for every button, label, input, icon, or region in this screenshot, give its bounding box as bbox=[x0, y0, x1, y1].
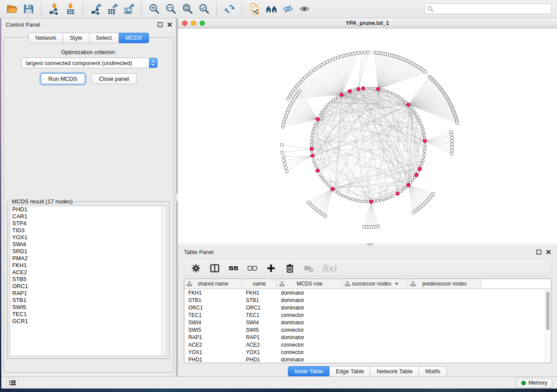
tab-node-table[interactable]: Node Table bbox=[288, 366, 330, 377]
cell-name[interactable]: ACE2 bbox=[242, 342, 277, 348]
refresh-view-button[interactable] bbox=[222, 2, 237, 17]
mcds-result-item[interactable]: FKH1 bbox=[10, 262, 166, 269]
cell-mcds-role[interactable]: dominator bbox=[277, 290, 343, 296]
cell-mcds-role[interactable]: dominator bbox=[277, 305, 343, 311]
network-canvas[interactable] bbox=[178, 28, 557, 244]
mcds-list-scrollbar[interactable] bbox=[161, 206, 166, 356]
select-all-rows-button[interactable] bbox=[228, 262, 239, 274]
cell-shared-name[interactable]: FKH1 bbox=[184, 290, 242, 296]
save-session-button[interactable] bbox=[21, 2, 36, 17]
memory-button[interactable]: Memory bbox=[516, 378, 552, 388]
column-header-predecessor-nodes[interactable]: predecessor nodes bbox=[408, 279, 481, 289]
cell-mcds-role[interactable]: connector bbox=[277, 349, 343, 355]
tab-network-table[interactable]: Network Table bbox=[370, 366, 419, 377]
column-header-successor-nodes[interactable]: successor nodes bbox=[343, 279, 408, 289]
cell-predecessor-nodes[interactable]: 0 bbox=[408, 279, 481, 363]
mcds-result-item[interactable]: TEC1 bbox=[10, 311, 166, 318]
cell-mcds-role[interactable]: connector bbox=[277, 342, 343, 348]
cell-shared-name[interactable]: ACE2 bbox=[184, 342, 242, 348]
column-header-shared-name[interactable]: shared name bbox=[184, 279, 242, 289]
cell-mcds-role[interactable]: connector bbox=[277, 327, 343, 333]
cell-shared-name[interactable]: TEC1 bbox=[184, 312, 242, 318]
cell-shared-name[interactable]: STB1 bbox=[184, 297, 242, 303]
mcds-result-item[interactable]: SRD1 bbox=[10, 248, 166, 255]
zoom-in-button[interactable] bbox=[147, 2, 162, 17]
cell-name[interactable]: TEC1 bbox=[242, 312, 277, 318]
cell-name[interactable]: RAP1 bbox=[242, 334, 277, 340]
cell-name[interactable]: YOX1 bbox=[242, 349, 277, 355]
float-panel-button[interactable] bbox=[157, 22, 163, 28]
run-mcds-button[interactable]: Run MCDS bbox=[41, 73, 85, 84]
zoom-out-button[interactable] bbox=[163, 2, 178, 17]
cell-shared-name[interactable]: YOX1 bbox=[184, 349, 242, 355]
tab-style[interactable]: Style bbox=[63, 33, 90, 43]
zoom-fit-button[interactable] bbox=[180, 2, 195, 17]
show-columns-button[interactable] bbox=[209, 262, 220, 274]
tab-motifs[interactable]: Motifs bbox=[419, 366, 447, 377]
deselect-all-rows-button[interactable] bbox=[246, 262, 258, 274]
import-network-button[interactable] bbox=[46, 2, 61, 17]
mcds-result-item[interactable]: YOX1 bbox=[10, 234, 166, 241]
mcds-result-item[interactable]: TID3 bbox=[10, 227, 166, 234]
table-scrollbar[interactable] bbox=[545, 289, 551, 362]
mcds-result-item[interactable]: STB1 bbox=[10, 297, 166, 304]
table-settings-button[interactable] bbox=[190, 262, 201, 274]
column-header-name[interactable]: name bbox=[242, 279, 277, 289]
tab-network[interactable]: Network bbox=[28, 33, 63, 43]
column-header-mcds-role[interactable]: MCDS role bbox=[277, 279, 343, 289]
table-row[interactable]: PHD1PHD1dominator180 bbox=[184, 356, 551, 363]
cell-mcds-role[interactable]: dominator bbox=[277, 357, 343, 363]
mcds-result-item[interactable]: STB5 bbox=[10, 276, 166, 283]
mcds-result-item[interactable]: PHD1 bbox=[10, 206, 166, 213]
mcds-result-item[interactable]: STP4 bbox=[10, 220, 166, 227]
hide-graphics-button[interactable] bbox=[280, 2, 295, 17]
mcds-result-item[interactable]: PMA2 bbox=[10, 255, 166, 262]
mcds-result-item[interactable]: SWI4 bbox=[10, 241, 166, 248]
float-table-panel-button[interactable] bbox=[536, 249, 542, 255]
cell-shared-name[interactable]: SWI4 bbox=[184, 320, 242, 326]
mcds-result-item[interactable]: GCR1 bbox=[10, 318, 166, 325]
cell-shared-name[interactable]: ORC1 bbox=[184, 305, 242, 311]
mcds-result-item[interactable]: SWI5 bbox=[10, 304, 166, 311]
cell-name[interactable]: SWI5 bbox=[242, 327, 277, 333]
cell-name[interactable]: PHD1 bbox=[242, 357, 277, 363]
search-input[interactable] bbox=[434, 4, 551, 13]
mcds-result-item[interactable]: RAP1 bbox=[10, 290, 166, 297]
tab-edge-table[interactable]: Edge Table bbox=[329, 366, 370, 377]
close-panel-action-button[interactable]: Close panel bbox=[91, 73, 137, 84]
mcds-result-item[interactable]: ORC1 bbox=[10, 283, 166, 290]
criterion-dropdown[interactable]: largest connected component (undirected) bbox=[21, 58, 158, 68]
export-network-button[interactable] bbox=[88, 2, 103, 17]
close-table-panel-button[interactable] bbox=[546, 249, 551, 255]
import-table-button[interactable] bbox=[63, 2, 78, 17]
network-graph[interactable] bbox=[178, 28, 557, 244]
mcds-result-item[interactable]: ACE2 bbox=[10, 269, 166, 276]
export-image-button[interactable] bbox=[121, 2, 136, 17]
tab-select[interactable]: Select bbox=[90, 33, 119, 43]
function-builder-button[interactable]: f(x) bbox=[322, 262, 337, 274]
cell-mcds-role[interactable]: dominator bbox=[277, 297, 343, 303]
share-network-document-button[interactable] bbox=[247, 2, 262, 17]
delete-table-button[interactable] bbox=[303, 262, 314, 274]
cell-mcds-role[interactable]: dominator bbox=[277, 334, 343, 340]
close-panel-button[interactable] bbox=[167, 22, 173, 28]
delete-column-button[interactable] bbox=[284, 262, 295, 274]
open-session-button[interactable] bbox=[4, 2, 19, 17]
cell-name[interactable]: ORC1 bbox=[242, 305, 277, 311]
create-column-button[interactable] bbox=[265, 262, 277, 274]
cell-successor-nodes[interactable]: 18 bbox=[343, 279, 408, 363]
cell-shared-name[interactable]: SWI5 bbox=[184, 327, 242, 333]
cell-mcds-role[interactable]: connector bbox=[277, 312, 343, 318]
cell-name[interactable]: STB1 bbox=[242, 297, 277, 303]
cell-mcds-role[interactable]: dominator bbox=[277, 320, 343, 326]
cell-shared-name[interactable]: RAP1 bbox=[184, 334, 242, 340]
tab-mcds[interactable]: MCDS bbox=[119, 33, 149, 43]
show-graphics-button[interactable] bbox=[297, 2, 312, 17]
zoom-selected-button[interactable] bbox=[197, 2, 211, 17]
table-scrollbar-thumb[interactable] bbox=[546, 292, 550, 330]
birdseye-view-button[interactable] bbox=[264, 2, 279, 17]
export-table-button[interactable] bbox=[105, 2, 120, 17]
cell-shared-name[interactable]: PHD1 bbox=[184, 357, 242, 363]
cell-name[interactable]: FKH1 bbox=[242, 290, 277, 296]
cell-name[interactable]: SWI4 bbox=[242, 320, 277, 326]
